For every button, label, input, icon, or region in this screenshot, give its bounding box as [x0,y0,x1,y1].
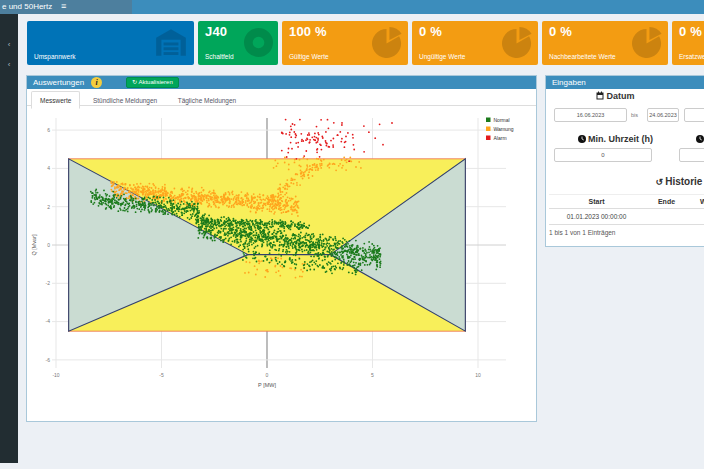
info-icon[interactable]: i [91,77,102,88]
pq-scatter-chart: -10-50510-6-4-20246P [MW]Q [Mvar]NormalW… [28,106,535,420]
card-gueltige-werte[interactable]: 100 % Gültige Werte [282,21,408,65]
history-icon: ↺ [656,177,664,187]
chart-canvas: -10-50510-6-4-20246P [MW]Q [Mvar]NormalW… [28,106,535,420]
table-pagination-info: 1 bis 1 von 1 Einträgen [549,229,616,236]
card-umspannwerk[interactable]: Umspannwerk [27,21,194,65]
svg-text:0: 0 [266,372,269,378]
svg-text:Alarm: Alarm [494,135,507,141]
table-row: 01.01.2023 00:00:00 10 [549,209,704,225]
card-label: Ersatzwerte [679,53,704,60]
calendar-icon [596,91,604,100]
tab-bar: Messwerte Stündliche Meldungen Tägliche … [27,89,536,106]
svg-text:P [MW]: P [MW] [258,382,276,388]
refresh-button[interactable]: ↻ Aktualisieren [126,77,179,88]
card-label: Nachbearbeitete Werte [549,53,616,60]
panel-title: Auswertungen [33,78,84,87]
historie-table-header: Start Ende Warngrenze [549,194,704,209]
cell-warngrenze: 10 [689,213,704,220]
eingaben-panel: Eingaben Datum bis Min. Uhrzeit (h) ↺His… [545,75,704,247]
card-label: Umspannwerk [34,53,76,60]
clock-icon [578,135,586,143]
card-value: 0 % [419,24,442,39]
min-uhrzeit-heading: Min. Uhrzeit (h) [554,134,677,144]
cell-start: 01.01.2023 00:00:00 [549,213,644,220]
card-value: 0 % [679,24,702,39]
min-uhrzeit-input[interactable] [554,148,652,162]
card-label: Gültige Werte [289,53,329,60]
svg-text:6: 6 [47,127,50,133]
circle-icon [243,27,274,62]
card-value: 0 % [549,24,572,39]
card-label: Ungültige Werte [419,53,466,60]
svg-text:0: 0 [47,242,50,248]
card-value: J40 [205,24,227,39]
left-sidebar: ‹ ‹ [0,14,18,463]
pie-chart-icon [372,27,403,62]
refresh-icon: ↻ [132,79,137,85]
svg-text:5: 5 [371,372,374,378]
chevron-left-icon[interactable]: ‹ [0,60,18,69]
datum-heading: Datum [554,91,677,101]
svg-text:-6: -6 [46,357,51,363]
card-ungueltige-werte[interactable]: 0 % Ungültige Werte [412,21,538,65]
card-schaltfeld[interactable]: J40 Schaltfeld [198,21,278,65]
historie-heading: ↺Historie [644,176,704,187]
svg-text:Q [Mvar]: Q [Mvar] [31,234,37,256]
date-to-input[interactable] [647,108,679,122]
column-ende: Ende [644,198,689,205]
date-from-input[interactable] [554,108,627,122]
column-start: Start [549,198,644,205]
column-warngrenze: Warngrenze [689,198,704,205]
auswertungen-panel: Auswertungen i ↻ Aktualisieren Messwerte… [26,75,537,422]
clock-icon [696,134,704,144]
svg-text:-2: -2 [46,280,51,286]
warehouse-icon [154,26,188,64]
svg-text:2: 2 [47,204,50,210]
date-separator: bis [631,112,638,118]
hamburger-menu-icon[interactable]: ≡ [56,0,71,14]
cell-ende [644,213,689,220]
pie-chart-icon [502,27,533,62]
svg-text:-5: -5 [159,372,164,378]
right-date-input[interactable] [684,108,704,122]
historie-table: Start Ende Warngrenze 01.01.2023 00:00:0… [549,194,704,225]
svg-text:Normal: Normal [494,117,510,123]
svg-text:10: 10 [475,372,481,378]
panel-title: Eingaben [552,78,586,87]
card-value: 100 % [289,24,327,39]
card-nachbearbeitete-werte[interactable]: 0 % Nachbearbeitete Werte [542,21,668,65]
pie-chart-icon [632,27,663,62]
svg-text:-10: -10 [52,372,59,378]
chevron-left-icon[interactable]: ‹ [0,40,18,49]
svg-text:Warnung: Warnung [494,126,514,132]
svg-text:-4: -4 [46,318,51,324]
card-ersatzwerte[interactable]: 0 % Ersatzwerte [672,21,704,65]
card-label: Schaltfeld [205,53,234,60]
auswertungen-panel-header: Auswertungen i ↻ Aktualisieren [27,76,536,89]
top-navbar: e und 50Hertz ≡ [0,0,704,14]
right-uhrzeit-input[interactable] [679,148,704,162]
svg-text:4: 4 [47,165,50,171]
eingaben-panel-header: Eingaben [546,76,704,89]
